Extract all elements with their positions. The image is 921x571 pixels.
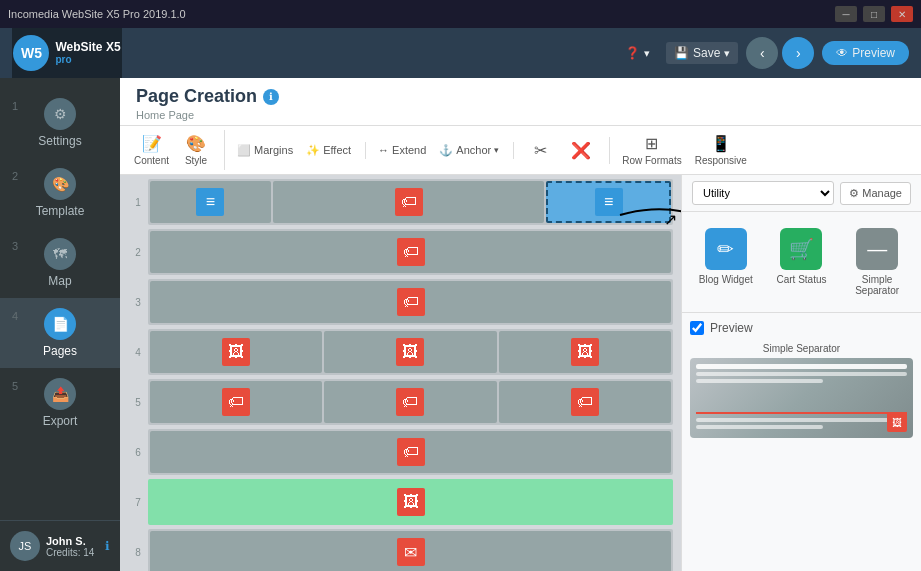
separator-widget-icon: — <box>856 228 898 270</box>
preview-line-short <box>696 379 823 383</box>
cell[interactable]: 🖼 <box>499 331 671 373</box>
sidebar-item-template[interactable]: 2 🎨 Template <box>0 158 120 228</box>
cart-widget-icon: 🛒 <box>780 228 822 270</box>
content-area: Page Creation ℹ Home Page 📝 Content 🎨 St… <box>120 78 921 571</box>
cell[interactable]: 🖼 <box>150 481 671 523</box>
preview-separator-bar <box>696 412 907 414</box>
widget-cart[interactable]: 🛒 Cart Status <box>766 220 838 304</box>
help-button[interactable]: ❓ ? ▾ <box>617 42 658 64</box>
margins-button[interactable]: ⬜ Margins <box>231 142 299 159</box>
preview-button[interactable]: 👁 Preview <box>822 41 909 65</box>
blog-widget-icon: ✏ <box>705 228 747 270</box>
effect-button[interactable]: ✨ Effect <box>300 142 357 159</box>
nav-back-button[interactable]: ‹ <box>746 37 778 69</box>
right-panel: Utility Basic Commerce ⚙ Manage ✏ <box>681 175 921 571</box>
cell-selected[interactable]: ≡ ↗ <box>546 181 671 223</box>
titlebar: Incomedia WebSite X5 Pro 2019.1.0 ─ □ ✕ <box>0 0 921 28</box>
sidebar-label-template: Template <box>36 204 85 218</box>
sidebar-item-pages[interactable]: 4 📄 Pages <box>0 298 120 368</box>
style-button[interactable]: 🎨 Style <box>176 130 216 170</box>
image-cell-icon: 🖼 <box>222 338 250 366</box>
panel-header: Utility Basic Commerce ⚙ Manage <box>682 175 921 212</box>
anchor-label: Anchor <box>456 144 491 156</box>
cell[interactable]: 🖼 <box>150 331 322 373</box>
save-button[interactable]: 💾 Save ▾ <box>666 42 738 64</box>
anchor-icon: ⚓ <box>439 144 453 157</box>
preview-header: Preview <box>690 321 913 335</box>
widget-label-blog: Blog Widget <box>699 274 753 285</box>
row-number: 3 <box>128 297 148 308</box>
cell[interactable]: 🏷 <box>150 231 671 273</box>
content-icon: 📝 <box>142 134 162 153</box>
product-cell-icon: 🏷 <box>397 288 425 316</box>
app-header: W5 WebSite X5 pro ❓ ? ▾ 💾 Save ▾ ‹ › 👁 P… <box>0 28 921 78</box>
row-number: 2 <box>128 247 148 258</box>
logo-name: WebSite X5 <box>55 40 120 54</box>
style-icon: 🎨 <box>186 134 206 153</box>
cell[interactable]: 🏷 <box>150 281 671 323</box>
cell[interactable]: ≡ <box>150 181 271 223</box>
widget-label-separator: Simple Separator <box>845 274 909 296</box>
save-icon: 💾 <box>674 46 689 60</box>
preview-img-placeholder: 🖼 <box>887 412 907 432</box>
maximize-button[interactable]: □ <box>863 6 885 22</box>
cell[interactable]: 🏷 <box>324 381 496 423</box>
row-number: 1 <box>128 197 148 208</box>
product-cell-icon: 🏷 <box>397 438 425 466</box>
row-formats-button[interactable]: ⊞ Row Formats <box>616 130 687 170</box>
extend-button[interactable]: ↔ Extend <box>372 142 432 158</box>
page-title: Page Creation <box>136 86 257 107</box>
sidebar-label-settings: Settings <box>38 134 81 148</box>
blog-icon-glyph: ✏ <box>717 237 734 261</box>
cell[interactable]: 🏷 <box>150 431 671 473</box>
responsive-button[interactable]: 📱 Responsive <box>689 130 753 170</box>
manage-icon: ⚙ <box>849 187 859 200</box>
text-cell-icon-selected: ≡ <box>595 188 623 216</box>
preview-line-bold <box>696 364 907 369</box>
preview-checkbox[interactable] <box>690 321 704 335</box>
manage-label: Manage <box>862 187 902 199</box>
row-content: 🏷 <box>148 279 673 325</box>
cell[interactable]: 🏷 <box>273 181 545 223</box>
responsive-label: Responsive <box>695 155 747 166</box>
row-formats-icon: ⊞ <box>645 134 658 153</box>
close-button[interactable]: ✕ <box>891 6 913 22</box>
style-label: Style <box>185 155 207 166</box>
delete-button[interactable]: ✂ <box>520 137 560 164</box>
page-title-row: Page Creation ℹ <box>136 86 905 107</box>
sidebar-item-map[interactable]: 3 🗺 Map <box>0 228 120 298</box>
user-credits: Credits: 14 <box>46 547 94 558</box>
category-dropdown[interactable]: Utility Basic Commerce <box>692 181 834 205</box>
preview-line <box>696 425 823 429</box>
cell[interactable]: 🖼 <box>324 331 496 373</box>
sidebar-item-export[interactable]: 5 📤 Export <box>0 368 120 438</box>
grid-row: 2 🏷 <box>128 229 673 275</box>
row-number: 7 <box>128 497 148 508</box>
row-content: ≡ 🏷 ≡ ↗ <box>148 179 673 225</box>
preview-label[interactable]: Preview <box>710 321 753 335</box>
product-cell-icon: 🏷 <box>397 238 425 266</box>
content-button[interactable]: 📝 Content <box>128 130 175 170</box>
cell[interactable]: ✉ <box>150 531 671 571</box>
widget-blog[interactable]: ✏ Blog Widget <box>690 220 762 304</box>
anchor-button[interactable]: ⚓ Anchor ▾ <box>433 142 505 159</box>
product-cell-icon: 🏷 <box>396 388 424 416</box>
grid-area[interactable]: 1 ≡ 🏷 ≡ ↗ <box>120 175 681 571</box>
cut-button[interactable]: ❌ <box>561 137 601 164</box>
page-info-icon[interactable]: ℹ <box>263 89 279 105</box>
row-number: 4 <box>128 347 148 358</box>
user-info: John S. Credits: 14 <box>46 535 94 558</box>
sidebar-num-2: 2 <box>12 170 18 182</box>
cell[interactable]: 🏷 <box>150 381 322 423</box>
nav-forward-button[interactable]: › <box>782 37 814 69</box>
widget-separator[interactable]: — Simple Separator <box>841 220 913 304</box>
delete-icon: ✂ <box>534 141 547 160</box>
sidebar-item-settings[interactable]: 1 ⚙ Settings <box>0 88 120 158</box>
manage-button[interactable]: ⚙ Manage <box>840 182 911 205</box>
save-dropdown-icon: ▾ <box>724 47 730 60</box>
user-info-icon[interactable]: ℹ <box>105 539 110 553</box>
cell[interactable]: 🏷 <box>499 381 671 423</box>
row-number: 8 <box>128 547 148 558</box>
preview-widget-area: Simple Separator <box>690 343 913 438</box>
minimize-button[interactable]: ─ <box>835 6 857 22</box>
